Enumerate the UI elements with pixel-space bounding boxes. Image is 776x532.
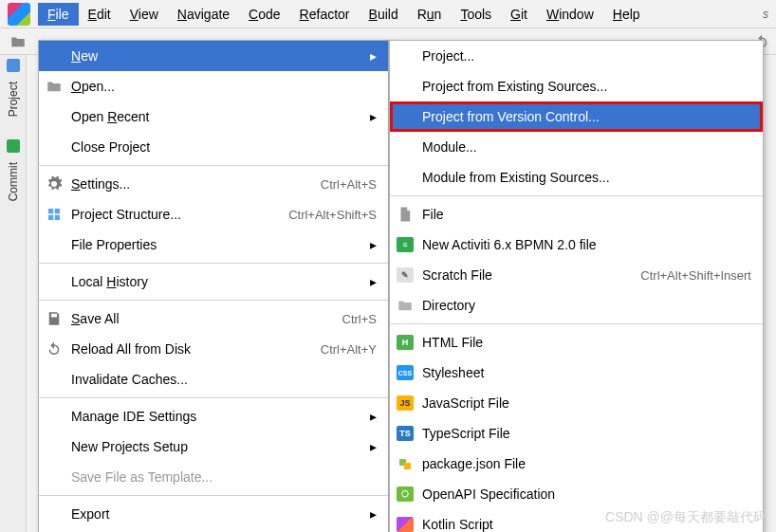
menu-tools[interactable]: Tools (451, 3, 501, 26)
js-icon: JS (396, 394, 415, 413)
menu-file[interactable]: File (38, 3, 79, 26)
separator (39, 263, 388, 264)
openapi-icon: ⎔ (396, 485, 415, 504)
submenu-scratch[interactable]: ✎ Scratch File Ctrl+Alt+Shift+Insert (390, 260, 763, 290)
separator (390, 323, 763, 324)
folder-icon (45, 77, 64, 96)
menu-save-as-template: Save File as Template... (39, 462, 388, 492)
submenu-module-existing[interactable]: Module from Existing Sources... (390, 162, 763, 193)
menu-edit[interactable]: Edit (79, 3, 120, 26)
submenu-directory[interactable]: Directory (390, 290, 763, 321)
separator (39, 300, 388, 301)
submenu-javascript[interactable]: JS JavaScript File (390, 388, 763, 418)
scratch-icon: ✎ (396, 266, 415, 284)
menu-close-project[interactable]: Close Project (39, 132, 388, 162)
open-folder-icon[interactable] (9, 33, 27, 50)
separator (39, 397, 388, 398)
separator (39, 165, 388, 166)
ts-icon: TS (396, 424, 415, 443)
project-structure-icon (45, 205, 64, 224)
menu-build[interactable]: Build (360, 3, 408, 26)
shortcut: Ctrl+Alt+Shift+S (288, 208, 377, 222)
commit-tab-icon[interactable] (7, 139, 20, 153)
shortcut: Ctrl+Alt+S (321, 177, 377, 192)
blank-icon (45, 46, 64, 65)
menu-help[interactable]: Help (603, 3, 650, 26)
menu-manage-ide[interactable]: Manage IDE Settings ▸ (39, 401, 388, 431)
menu-open-recent[interactable]: Open Recent ▸ (39, 101, 388, 132)
menubar: File Edit View Navigate Code Refactor Bu… (0, 0, 776, 28)
menu-settings[interactable]: Settings... Ctrl+Alt+S (39, 169, 388, 199)
new-submenu: Project... Project from Existing Sources… (389, 40, 764, 532)
chevron-right-icon: ▸ (370, 109, 377, 124)
chevron-right-icon: ▸ (370, 439, 377, 454)
menu-invalidate-caches[interactable]: Invalidate Caches... (39, 364, 388, 394)
menu-reload[interactable]: Reload All from Disk Ctrl+Alt+Y (39, 334, 388, 364)
separator (390, 195, 763, 196)
left-tool-tabs: Project Commit (0, 55, 27, 532)
project-tab[interactable]: Project (7, 82, 20, 117)
menu-refactor[interactable]: Refactor (290, 3, 360, 26)
submenu-file[interactable]: File (390, 199, 763, 229)
folder-icon (396, 296, 415, 315)
menu-open[interactable]: Open... (39, 71, 388, 101)
watermark: CSDN @@每天都要敲代码 (605, 509, 767, 526)
search-hint[interactable]: s (763, 8, 768, 21)
submenu-project[interactable]: Project... (390, 41, 763, 71)
menu-view[interactable]: View (120, 3, 168, 26)
menu-file-properties[interactable]: File Properties ▸ (39, 229, 388, 260)
package-json-icon (396, 454, 415, 473)
menu-run[interactable]: Run (408, 3, 452, 26)
menu-export[interactable]: Export ▸ (39, 499, 388, 529)
shortcut: Ctrl+S (342, 312, 377, 326)
menu-project-structure[interactable]: Project Structure... Ctrl+Alt+Shift+S (39, 199, 388, 229)
menu-navigate[interactable]: Navigate (168, 3, 239, 26)
menu-save-all[interactable]: Save All Ctrl+S (39, 303, 388, 334)
menu-local-history[interactable]: Local History ▸ (39, 266, 388, 297)
kotlin-icon (396, 515, 415, 532)
chevron-right-icon: ▸ (370, 409, 377, 424)
menu-new[interactable]: New ▸ (39, 41, 388, 71)
app-icon (8, 3, 30, 26)
chevron-right-icon: ▸ (370, 506, 377, 522)
commit-tab[interactable]: Commit (7, 162, 20, 201)
submenu-typescript[interactable]: TS TypeScript File (390, 418, 763, 449)
menu-window[interactable]: Window (537, 3, 603, 26)
shortcut: Ctrl+Alt+Shift+Insert (640, 268, 751, 283)
html-icon: H (396, 333, 415, 352)
menu-code[interactable]: Code (239, 3, 289, 26)
save-icon (45, 309, 64, 328)
chevron-right-icon: ▸ (370, 48, 377, 64)
gear-icon (45, 174, 64, 193)
submenu-project-vcs[interactable]: Project from Version Control... (390, 101, 763, 132)
submenu-project-existing[interactable]: Project from Existing Sources... (390, 71, 763, 101)
project-tab-icon[interactable] (7, 59, 20, 72)
submenu-html[interactable]: H HTML File (390, 327, 763, 358)
activiti-icon: ≡ (396, 235, 415, 254)
chevron-right-icon: ▸ (370, 274, 377, 289)
submenu-openapi[interactable]: ⎔ OpenAPI Specification (390, 479, 763, 509)
submenu-activiti[interactable]: ≡ New Activiti 6.x BPMN 2.0 file (390, 229, 763, 260)
submenu-module[interactable]: Module... (390, 132, 763, 162)
file-icon (396, 205, 415, 224)
reload-icon (45, 339, 64, 358)
css-icon: CSS (396, 363, 415, 382)
separator (39, 495, 388, 496)
menu-new-projects-setup[interactable]: New Projects Setup ▸ (39, 431, 388, 462)
file-dropdown: New ▸ Open... Open Recent ▸ Close Projec… (38, 40, 389, 532)
menu-git[interactable]: Git (501, 3, 537, 26)
submenu-stylesheet[interactable]: CSS Stylesheet (390, 358, 763, 388)
chevron-right-icon: ▸ (370, 237, 377, 252)
submenu-package-json[interactable]: package.json File (390, 449, 763, 479)
shortcut: Ctrl+Alt+Y (321, 342, 377, 357)
